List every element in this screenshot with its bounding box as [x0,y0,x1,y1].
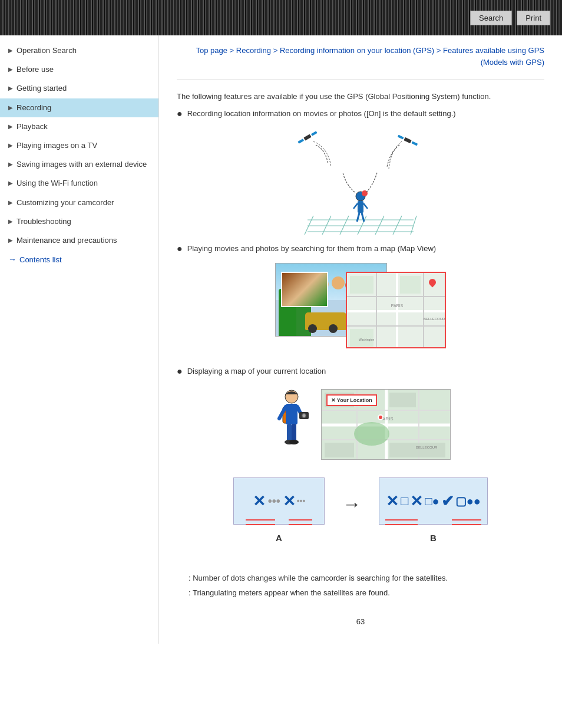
svg-text:Washington: Washington [359,338,374,341]
location-popup: ✕ Your Location [326,394,377,406]
svg-text:BELLECOUR: BELLECOUR [424,317,445,321]
sidebar: ▶ Operation Search ▶ Before use ▶ Gettin… [0,35,159,644]
gps-satellite-illustration [296,129,425,235]
intro-text: The following features are available if … [177,91,544,103]
svg-rect-19 [311,131,318,136]
signal-box-b-group: ✕ □ ✕ □● ✔ ▢●● B [379,477,488,543]
signal-box-a: ✕ ••• ✕ ••• [233,477,325,525]
sidebar-item-label: Saving images with an external device [16,159,153,170]
main-content: Top page > Recording > Recording informa… [159,35,562,644]
bullet-text-3: Displaying a map of your current locatio… [187,365,326,378]
sidebar-item-playback[interactable]: ▶ Playback [0,117,158,136]
sidebar-item-operation-search[interactable]: ▶ Operation Search [0,41,158,60]
contents-list-label: Contents list [19,255,62,264]
location-map: PARIS BELLECOUR ✕ Your Location [321,389,451,460]
legend-section: : Number of dots changes while the camco… [177,572,544,599]
sidebar-item-playing-images[interactable]: ▶ Playing images on a TV [0,136,158,155]
svg-text:PARIS: PARIS [391,304,404,308]
arrow-icon: ▶ [8,160,13,169]
svg-rect-21 [398,134,404,139]
sidebar-item-maintenance[interactable]: ▶ Maintenance and precautions [0,231,158,250]
svg-rect-22 [411,141,418,146]
sidebar-item-label: Operation Search [16,45,153,56]
breadcrumb-recording[interactable]: Recording [236,46,271,55]
legend-a-text: : Number of dots changes while the camco… [177,572,544,585]
sidebar-item-label: Troubleshooting [16,216,153,227]
svg-rect-39 [286,404,297,424]
person-backpack-svg [271,386,312,463]
bullet-item-3: ● Displaying a map of your current locat… [177,365,544,378]
svg-rect-11 [358,201,363,213]
signal-diagram: ✕ ••• ✕ ••• A → [177,477,544,543]
breadcrumb: Top page > Recording > Recording informa… [177,35,544,74]
location-map-illustration: PARIS BELLECOUR ✕ Your Location [177,386,544,463]
sidebar-item-label: Maintenance and precautions [16,235,153,246]
breadcrumb-sep2: > [271,46,280,55]
label-a: A [276,533,282,543]
bullet-item-1: ● Recording location information on movi… [177,108,544,120]
bullet-text-2: Playing movies and photos by searching f… [187,243,436,255]
photo-map-composite: PARIS BELLECOUR Washington [275,263,446,357]
arrow-icon: ▶ [8,65,13,74]
bullet-text-1: Recording location information on movies… [187,108,456,120]
sidebar-item-wifi[interactable]: ▶ Using the Wi-Fi function [0,174,158,193]
svg-rect-42 [287,424,292,442]
svg-rect-57 [389,393,416,407]
svg-text:BELLECOUR: BELLECOUR [416,446,438,449]
person-map-group: PARIS BELLECOUR ✕ Your Location [271,386,451,463]
sidebar-item-label: Customizing your camcorder [16,197,153,208]
svg-rect-20 [404,137,411,143]
bullet-dot: ● [177,108,183,120]
svg-point-16 [362,190,368,196]
map-panel: PARIS BELLECOUR Washington [346,272,446,348]
arrow-right-icon: → [8,255,16,264]
legend-b-text: : Triangulating meters appear when the s… [177,587,544,599]
sidebar-item-label: Playback [16,121,153,132]
sidebar-item-label: Playing images on a TV [16,140,153,151]
sidebar-item-label: Before use [16,64,153,75]
arrow-icon: ▶ [8,199,13,207]
breadcrumb-sep1: > [227,46,236,55]
arrow-icon: ▶ [8,218,13,226]
sidebar-item-troubleshooting[interactable]: ▶ Troubleshooting [0,212,158,231]
signal-box-b: ✕ □ ✕ □● ✔ ▢●● [379,477,488,525]
svg-line-12 [357,213,359,222]
bullet-dot-2: ● [177,243,183,255]
breadcrumb-top[interactable]: Top page [196,46,227,55]
svg-rect-43 [292,424,296,442]
arrow-icon: ▶ [8,141,13,150]
svg-rect-30 [350,276,373,294]
breadcrumb-sep3: > [434,46,443,55]
label-b: B [430,533,437,543]
breadcrumb-features[interactable]: Features available using GPS (Models wit… [443,46,544,67]
svg-rect-31 [400,276,421,294]
contents-list-link[interactable]: → Contents list [0,250,158,269]
sidebar-item-recording[interactable]: ▶ Recording [0,98,158,117]
arrow-icon: ▶ [8,104,13,112]
bullet-item-2: ● Playing movies and photos by searching… [177,243,544,255]
svg-line-15 [363,203,368,209]
page-layout: ▶ Operation Search ▶ Before use ▶ Gettin… [0,35,562,644]
arrow-icon: ▶ [8,47,13,55]
search-button[interactable]: Search [470,11,512,25]
sidebar-item-before-use[interactable]: ▶ Before use [0,60,158,79]
sidebar-item-customizing[interactable]: ▶ Customizing your camcorder [0,193,158,212]
sidebar-item-label: Getting started [16,83,153,94]
sidebar-item-saving-images[interactable]: ▶ Saving images with an external device [0,155,158,174]
svg-rect-58 [325,443,354,457]
breadcrumb-recording-info[interactable]: Recording information on your location (… [280,46,434,55]
svg-point-60 [354,422,389,446]
photo-small [281,272,328,307]
bullet-dot-3: ● [177,365,183,378]
sidebar-item-getting-started[interactable]: ▶ Getting started [0,79,158,98]
print-button[interactable]: Print [517,11,550,25]
top-bar: Search Print [0,0,562,35]
gps-illustration-container [177,129,544,235]
svg-point-45 [289,440,299,444]
arrow-icon: ▶ [8,123,13,131]
arrow-diagram-icon: → [342,493,361,515]
arrow-icon: ▶ [8,84,13,93]
svg-point-48 [302,414,305,417]
signal-box-a-group: ✕ ••• ✕ ••• A [233,477,325,543]
svg-line-13 [362,213,364,222]
